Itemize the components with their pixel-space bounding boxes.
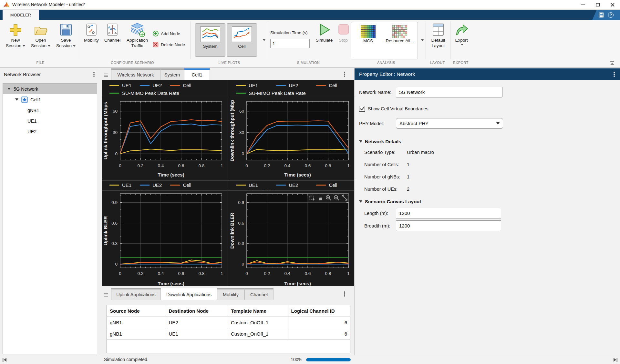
tree-item-ue2[interactable]: UE2 — [3, 126, 97, 137]
legend-item[interactable]: Cell — [316, 182, 337, 188]
length-input[interactable] — [396, 208, 501, 218]
legend-item[interactable]: UE1 — [236, 182, 258, 188]
legend-item[interactable]: UE1 — [236, 83, 258, 88]
tab-channel[interactable]: Channel — [244, 288, 274, 300]
uplink-bler-legend: UE1UE2CellTarget BLER — [102, 180, 228, 190]
network-browser-header: Network Browser — [0, 68, 100, 80]
table-header-row: Source Node Destination Node Template Na… — [107, 305, 350, 317]
close-button[interactable] — [605, 0, 620, 10]
channel-button[interactable]: Channel — [103, 23, 122, 43]
cell-plot-toggle[interactable]: Cell — [227, 23, 257, 57]
collapse-ribbon-icon[interactable] — [610, 61, 614, 65]
simulation-time-input[interactable] — [270, 39, 310, 48]
quick-access-toolbar: ? — [592, 10, 620, 20]
save-icon[interactable] — [599, 12, 604, 18]
mobility-icon — [85, 23, 98, 37]
new-session-button[interactable]: New Session — [4, 23, 27, 48]
tab-bar-menu-icon[interactable] — [344, 293, 345, 295]
tab-wireless-network[interactable]: Wireless Network — [111, 68, 160, 80]
tab-cell1[interactable]: Cell1 — [184, 68, 210, 80]
drag-grip-icon[interactable] — [104, 295, 108, 295]
table-row[interactable]: gNB1 UE2 Custom_OnOff_1 6 — [107, 317, 350, 328]
ribbon-tab-strip: MODELER ? — [0, 10, 620, 20]
legend-item[interactable]: UE2 — [276, 83, 298, 88]
group-divider — [268, 21, 268, 59]
phy-model-dropdown[interactable]: Abstract PHY — [396, 118, 503, 129]
table-row[interactable]: gNB1 UE1 Custom_OnOff_1 6 — [107, 328, 350, 339]
tree-expander-icon[interactable] — [7, 88, 11, 90]
help-icon[interactable]: ? — [608, 12, 614, 18]
tree-item-gnb1[interactable]: gNB1 — [3, 105, 97, 116]
legend-item[interactable]: Cell — [316, 83, 337, 88]
live-plots-dropdown-icon[interactable] — [263, 39, 265, 41]
legend-item[interactable]: UE2 — [140, 182, 162, 188]
legend-swatch-icon — [109, 185, 119, 186]
minimize-button[interactable] — [575, 0, 590, 10]
delete-node-icon — [152, 41, 159, 48]
panel-menu-icon[interactable] — [614, 74, 615, 75]
table-empty-row[interactable] — [107, 339, 350, 353]
breadth-input[interactable] — [396, 220, 501, 231]
downlink-applications-table: Source Node Destination Node Template Na… — [107, 305, 350, 353]
restore-view-icon[interactable] — [341, 194, 348, 201]
simulate-button[interactable]: Simulate — [314, 23, 335, 43]
delete-node-button[interactable]: Delete Node — [152, 41, 185, 48]
tree-item-ue1[interactable]: UE1 — [3, 116, 97, 126]
tab-bar-menu-icon[interactable] — [344, 74, 345, 75]
collapse-left-panel-icon[interactable] — [2, 357, 7, 362]
zoom-in-icon[interactable] — [325, 194, 332, 201]
legend-item[interactable]: UE2 — [140, 83, 162, 88]
mcs-button[interactable]: MCS — [355, 25, 381, 44]
tab-modeler[interactable]: MODELER — [3, 10, 39, 20]
tab-uplink-applications[interactable]: Uplink Applications — [111, 288, 161, 300]
export-button[interactable]: Export — [452, 23, 471, 46]
collapse-right-panel-icon[interactable] — [613, 357, 618, 362]
mobility-button[interactable]: Mobility — [81, 23, 101, 43]
tab-downlink-applications[interactable]: Downlink Applications — [161, 288, 217, 300]
show-boundaries-checkbox[interactable] — [359, 106, 365, 112]
brush-select-icon[interactable] — [309, 194, 316, 201]
legend-item[interactable]: UE1 — [109, 83, 131, 88]
tab-system[interactable]: System — [160, 68, 184, 80]
pan-icon[interactable] — [317, 194, 324, 201]
tree-item-network[interactable]: 5G Network — [3, 84, 97, 94]
save-session-icon — [59, 23, 73, 37]
export-dropdown-icon — [461, 44, 463, 46]
downlink-plot-column: UE1UE2CellSU-MIMO Peak Data Rate 0306000… — [228, 80, 354, 286]
svg-text:0: 0 — [242, 151, 244, 156]
save-session-button[interactable]: Save Session — [54, 23, 78, 48]
tree-item-cell1[interactable]: Cell1 — [3, 94, 97, 105]
canvas-layout-section[interactable]: Scenario Canvas Layout — [359, 199, 421, 204]
legend-item[interactable]: UE2 — [276, 182, 298, 188]
legend-item[interactable]: UE1 — [109, 182, 131, 188]
cell-star-icon — [21, 96, 28, 103]
stop-icon — [337, 23, 350, 37]
section-expander-icon — [359, 140, 362, 143]
legend-item[interactable]: SU-MIMO Peak Data Rate — [236, 90, 306, 96]
default-layout-button[interactable]: Default Layout — [428, 23, 448, 48]
system-plot-toggle[interactable]: System — [195, 23, 225, 57]
resource-allocation-button[interactable]: Resource All... — [384, 25, 415, 44]
svg-text:0.3: 0.3 — [238, 241, 244, 246]
add-node-button[interactable]: Add Node — [152, 30, 180, 37]
analysis-dropdown-icon[interactable] — [421, 39, 424, 41]
maximize-button[interactable] — [590, 0, 605, 10]
progress-bar — [306, 358, 351, 361]
application-traffic-button[interactable]: Application Traffic — [123, 23, 151, 48]
legend-item[interactable]: Cell — [170, 83, 191, 88]
svg-text:Uplink throughput (Mbps: Uplink throughput (Mbps — [103, 102, 108, 159]
zoom-out-icon[interactable] — [333, 194, 340, 201]
svg-text:Time (secs): Time (secs) — [284, 172, 311, 177]
tab-mobility[interactable]: Mobility — [217, 288, 244, 300]
drag-grip-icon[interactable] — [104, 75, 108, 76]
group-label-export: EXPORT — [446, 61, 475, 67]
network-name-input[interactable] — [396, 87, 502, 97]
tree-expander-icon[interactable] — [15, 98, 18, 101]
legend-item[interactable]: Cell — [170, 182, 191, 188]
panel-menu-icon[interactable] — [93, 74, 95, 75]
svg-text:0.2: 0.2 — [264, 271, 270, 276]
property-editor-panel: Property Editor : Network Network Name: … — [354, 68, 620, 355]
open-session-button[interactable]: Open Session — [29, 23, 52, 48]
network-details-section[interactable]: Network Details — [359, 139, 401, 144]
legend-item[interactable]: SU-MIMO Peak Data Rate — [109, 90, 179, 96]
